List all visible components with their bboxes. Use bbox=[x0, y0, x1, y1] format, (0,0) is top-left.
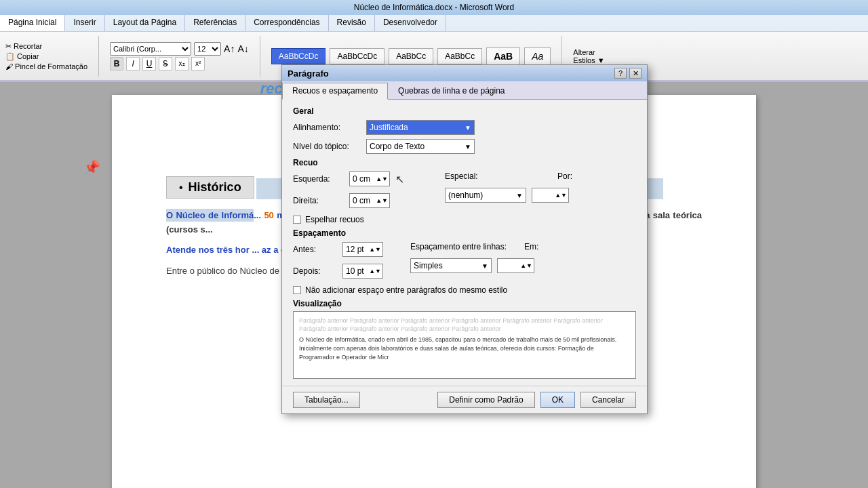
visualizacao-label: Visualização bbox=[293, 299, 636, 308]
font-grow-btn[interactable]: A↑ bbox=[224, 43, 235, 54]
cancelar-button[interactable]: Cancelar bbox=[580, 392, 636, 408]
alinhamento-select[interactable]: Justificada ▼ bbox=[366, 120, 475, 135]
title-bar: Núcleo de Informática.docx - Microsoft W… bbox=[0, 0, 868, 15]
historico-bullet: • bbox=[179, 182, 183, 194]
sub-btn[interactable]: x₂ bbox=[175, 57, 189, 70]
tab-quebras[interactable]: Quebras de linha e de página bbox=[388, 83, 515, 99]
especial-header-row: Especial: Por: bbox=[445, 171, 625, 181]
nivel-row: Nível do tópico: Corpo de Texto ▼ bbox=[293, 139, 636, 154]
nivel-value: Corpo de Texto bbox=[370, 142, 425, 151]
cursor-pointer-icon: ↖ bbox=[395, 173, 404, 186]
tab-inserir[interactable]: Inserir bbox=[65, 15, 104, 31]
recuo-container: Esquerda: 0 cm ▲▼ ↖ Direita: 0 cm ▲▼ bbox=[293, 171, 636, 212]
especial-value: (nenhum) bbox=[448, 190, 483, 200]
copiar-btn[interactable]: 📋 Copiar bbox=[5, 52, 87, 61]
style-heading1-btn[interactable]: AaBbCc bbox=[389, 48, 433, 64]
preview-current-para: O Núcleo de Informática, criado em abril… bbox=[299, 336, 630, 361]
tabulacao-button[interactable]: Tabulação... bbox=[293, 392, 360, 408]
depois-label: Depois: bbox=[293, 266, 337, 276]
preview-prev-para: Parágrafo anterior Parágrafo anterior Pa… bbox=[299, 317, 630, 333]
antes-label: Antes: bbox=[293, 245, 337, 254]
nao-adicionar-checkbox[interactable] bbox=[293, 286, 301, 294]
recuo-right: Especial: Por: (nenhum) ▼ ▲▼ bbox=[445, 171, 625, 212]
tab-desenvolvedor[interactable]: Desenvolvedor bbox=[375, 15, 446, 31]
direita-input[interactable]: 0 cm ▲▼ bbox=[349, 193, 390, 208]
esquerda-row: Esquerda: 0 cm ▲▼ ↖ bbox=[293, 171, 404, 186]
depois-row: Depois: 10 pt ▲▼ bbox=[293, 264, 383, 279]
entre-linhas-label: Espaçamento entre linhas: bbox=[410, 242, 519, 251]
espelhar-checkbox[interactable] bbox=[293, 216, 301, 224]
entre-linhas-header-row: Espaçamento entre linhas: Em: bbox=[410, 242, 538, 251]
dialog-titlebar: Parágrafo ? ✕ bbox=[282, 65, 647, 81]
italic-btn[interactable]: I bbox=[126, 57, 140, 70]
paragrafo-dialog: Parágrafo ? ✕ Recuos e espaçamento Quebr… bbox=[281, 64, 648, 414]
entre-linhas-select[interactable]: Simples ▼ bbox=[410, 258, 492, 273]
style-normal-btn[interactable]: AaBbCcDc bbox=[271, 48, 326, 64]
font-shrink-btn[interactable]: A↓ bbox=[237, 43, 248, 54]
recortar-btn[interactable]: ✂ Recortar bbox=[5, 42, 87, 51]
dialog-help-btn[interactable]: ? bbox=[614, 68, 627, 79]
especial-value-row: (nenhum) ▼ ▲▼ bbox=[445, 188, 625, 203]
especial-label: Especial: bbox=[445, 171, 492, 181]
alinhamento-row: Alinhamento: Justificada ▼ bbox=[293, 120, 636, 135]
espacamento-section-label: Espaçamento bbox=[293, 228, 636, 238]
tab-pagina-inicial[interactable]: Página Inicial bbox=[0, 15, 65, 31]
esquerda-spinner-icon: ▲▼ bbox=[376, 176, 388, 182]
em-label: Em: bbox=[524, 242, 538, 251]
dialog-title: Parágrafo bbox=[288, 68, 329, 79]
pincel-btn[interactable]: 🖌 Pincel de Formatação bbox=[5, 62, 87, 70]
style-subtitle-btn[interactable]: Aa bbox=[524, 47, 551, 65]
especial-select[interactable]: (nenhum) ▼ bbox=[445, 188, 526, 203]
tab-referencias[interactable]: Referências bbox=[185, 15, 245, 31]
depois-input[interactable]: 10 pt ▲▼ bbox=[342, 264, 383, 279]
nao-adicionar-row: Não adicionar espaço entre parágrafos do… bbox=[293, 285, 636, 295]
tab-recuos-espacamento[interactable]: Recuos e espaçamento bbox=[282, 83, 388, 100]
dialog-footer: Tabulação... Definir como Padrão OK Canc… bbox=[282, 386, 647, 413]
espacamento-container: Antes: 12 pt ▲▼ Depois: 10 pt ▲▼ bbox=[293, 242, 636, 283]
nivel-arrow-icon: ▼ bbox=[465, 143, 471, 150]
esquerda-label: Esquerda: bbox=[293, 174, 344, 184]
font-family-select[interactable]: Calibri (Corp... bbox=[110, 42, 191, 56]
antes-input[interactable]: 12 pt ▲▼ bbox=[342, 242, 383, 257]
strikethrough-btn[interactable]: S̶ bbox=[159, 57, 172, 70]
geral-section-label: Geral bbox=[293, 106, 636, 116]
ok-button[interactable]: OK bbox=[540, 392, 575, 408]
font-size-select[interactable]: 12 bbox=[194, 42, 221, 56]
depois-spinner-icon: ▲▼ bbox=[369, 268, 381, 274]
especial-arrow-icon: ▼ bbox=[516, 192, 523, 199]
dialog-controls: ? ✕ bbox=[614, 68, 642, 79]
preview-box: Parágrafo anterior Parágrafo anterior Pa… bbox=[293, 311, 636, 379]
ribbon-tabs: Página Inicial Inserir Layout da Página … bbox=[0, 15, 868, 31]
bold-btn[interactable]: B bbox=[110, 57, 123, 70]
underline-btn[interactable]: U bbox=[142, 57, 156, 70]
nao-adicionar-label: Não adicionar espaço entre parágrafos do… bbox=[305, 285, 507, 295]
historico-title: Histórico bbox=[189, 180, 241, 195]
nivel-label: Nível do tópico: bbox=[293, 142, 361, 151]
sup-btn[interactable]: x² bbox=[191, 57, 205, 70]
style-title-btn[interactable]: AaB bbox=[486, 47, 520, 65]
esquerda-input[interactable]: 0 cm ▲▼ bbox=[349, 171, 390, 186]
por-input[interactable]: ▲▼ bbox=[532, 188, 569, 203]
definir-padrao-button[interactable]: Definir como Padrão bbox=[437, 392, 534, 408]
tab-correspondencias[interactable]: Correspondências bbox=[245, 15, 328, 31]
antes-value: 12 pt bbox=[346, 245, 364, 254]
tab-revisao[interactable]: Revisão bbox=[329, 15, 375, 31]
entre-linhas-arrow-icon: ▼ bbox=[481, 262, 488, 270]
tab-layout[interactable]: Layout da Página bbox=[105, 15, 185, 31]
footer-right: Definir como Padrão OK Cancelar bbox=[437, 392, 636, 408]
em-input[interactable]: ▲▼ bbox=[497, 258, 534, 273]
nivel-select[interactable]: Corpo de Texto ▼ bbox=[366, 139, 475, 154]
dialog-close-btn[interactable]: ✕ bbox=[629, 68, 642, 79]
em-spinner-icon: ▲▼ bbox=[520, 262, 532, 269]
alinhamento-label: Alinhamento: bbox=[293, 123, 361, 132]
entre-linhas-value-row: Simples ▼ ▲▼ bbox=[410, 258, 538, 273]
dialog-tabs: Recuos e espaçamento Quebras de linha e … bbox=[282, 81, 647, 100]
espacamento-right: Espaçamento entre linhas: Em: Simples ▼ … bbox=[410, 242, 538, 283]
style-heading2-btn[interactable]: AaBbCc bbox=[437, 48, 482, 64]
style-no-spacing-btn[interactable]: AaBbCcDc bbox=[330, 48, 384, 64]
para1-text: O Núcleo de Informá bbox=[166, 209, 254, 222]
direita-row: Direita: 0 cm ▲▼ bbox=[293, 193, 404, 208]
alterar-estilos-btn[interactable]: AlterarEstilos ▼ bbox=[573, 48, 604, 64]
title-text: Núcleo de Informática.docx - Microsoft W… bbox=[354, 3, 515, 12]
espacamento-left: Antes: 12 pt ▲▼ Depois: 10 pt ▲▼ bbox=[293, 242, 383, 283]
